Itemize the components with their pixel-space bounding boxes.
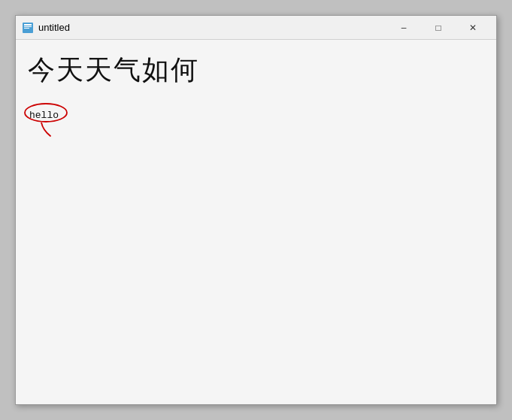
hello-label: hello [29, 110, 59, 121]
hello-bubble: hello [29, 107, 59, 121]
window-content: 今天天气如何 hello [16, 40, 496, 404]
notepad-icon [22, 22, 34, 34]
svg-rect-1 [24, 24, 32, 26]
application-window: untitled – □ ✕ 今天天气如何 hello [15, 15, 497, 405]
annotation-area: hello [29, 107, 59, 121]
svg-rect-2 [24, 26, 32, 27]
close-button[interactable]: ✕ [456, 16, 490, 40]
window-controls: – □ ✕ [386, 16, 490, 40]
window-title: untitled [38, 22, 386, 33]
maximize-button[interactable]: □ [421, 16, 456, 40]
minimize-button[interactable]: – [386, 16, 421, 40]
svg-rect-3 [24, 28, 29, 29]
chinese-text: 今天天气如何 [28, 52, 199, 89]
title-bar: untitled – □ ✕ [16, 16, 496, 40]
bubble-tail [35, 122, 58, 137]
